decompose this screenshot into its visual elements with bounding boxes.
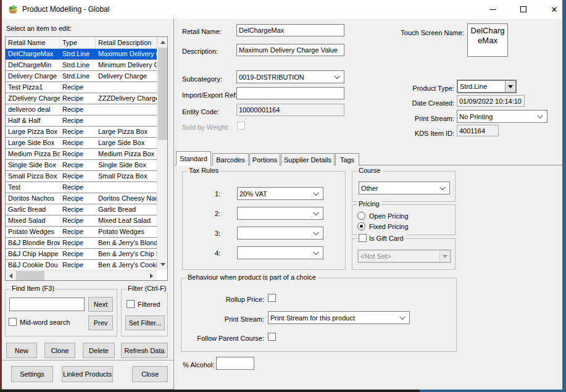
table-row[interactable]: Delivery ChargeStrd.LineDelivery Charge <box>6 71 157 82</box>
table-cell: Recipe <box>60 149 96 159</box>
course-value: Other <box>361 185 441 192</box>
table-row[interactable]: Garlic BreadRecipeGarlic Bread <box>6 204 157 215</box>
column-header-type[interactable]: Type <box>60 37 96 48</box>
table-cell: Strd.Line <box>60 49 96 59</box>
prev-button[interactable]: Prev <box>88 315 113 330</box>
scroll-down-icon[interactable] <box>157 259 168 270</box>
tax-rule-4-dropdown[interactable] <box>237 246 323 259</box>
tab-portions[interactable]: Portions <box>249 153 280 165</box>
select-item-label: Select an item to edit: <box>6 25 72 32</box>
scroll-right-icon[interactable] <box>146 270 157 281</box>
horizontal-scroll-thumb[interactable] <box>16 271 44 280</box>
entity-code-label: Entity Code: <box>182 108 219 115</box>
panel-divider <box>173 19 174 390</box>
subcategory-value: 0019-DISTRIBUTION <box>239 73 336 81</box>
tab-standard[interactable]: Standard <box>176 151 211 165</box>
minimize-button[interactable] <box>483 2 502 16</box>
product-type-dropdown[interactable]: Strd.Line <box>457 80 517 93</box>
import-export-ref-input[interactable] <box>236 87 344 99</box>
item-table-header: Retail Name Type Retail Description <box>6 37 157 49</box>
chevron-down-icon <box>313 209 319 215</box>
find-input[interactable] <box>9 298 85 311</box>
title-bar: Product Modelling - Global ✕ <box>2 0 562 19</box>
table-row[interactable]: ZDelivery ChargeRecipeZZZDelivery Charge <box>6 93 157 104</box>
linked-products-button[interactable]: Linked Products <box>62 366 113 382</box>
course-dropdown[interactable]: Other <box>359 181 450 194</box>
tax-rule-1-dropdown[interactable]: 20% VAT <box>237 187 323 200</box>
tax-rule-3-dropdown[interactable] <box>237 227 323 240</box>
mid-word-search-checkbox[interactable] <box>9 318 17 326</box>
horizontal-scrollbar[interactable] <box>6 270 157 280</box>
open-pricing-radio[interactable] <box>357 212 365 220</box>
filtered-checkbox[interactable] <box>127 300 135 308</box>
table-cell: Test Pizza1 <box>6 82 60 93</box>
tab-tags[interactable]: Tags <box>335 153 359 165</box>
table-cell: Single Side Box <box>6 160 60 170</box>
scroll-left-icon[interactable] <box>6 270 16 281</box>
kds-item-id-field <box>457 125 499 136</box>
close-button[interactable]: ✕ <box>544 2 564 16</box>
print-stream-dropdown[interactable]: No Printing <box>457 110 547 123</box>
subcategory-dropdown[interactable]: 0019-DISTRIBUTION <box>236 70 344 83</box>
table-row[interactable]: B&J Chip HappeRecipeBen & Jerry's Chip H… <box>6 249 157 260</box>
table-row[interactable]: Small Pizza BoxRecipeSmall Pizza Box <box>6 171 157 182</box>
window-title: Product Modelling - Global <box>22 5 109 14</box>
tab-supplier-details[interactable]: Supplier Details <box>281 153 335 165</box>
fixed-pricing-radio[interactable] <box>357 222 365 230</box>
chevron-down-icon <box>313 249 319 255</box>
settings-button[interactable]: Settings <box>11 366 53 382</box>
table-cell: Recipe <box>60 93 96 104</box>
behaviour-legend: Behaviour when product is part of a choi… <box>186 273 318 281</box>
table-row[interactable]: Potato WedgesRecipePotato Wedges <box>6 227 157 238</box>
table-row[interactable]: Test Pizza1Recipe <box>6 82 157 93</box>
tax-rules-group: Tax Rules 1: 20% VAT 2: 3: 4: <box>182 171 346 270</box>
vertical-scroll-thumb[interactable] <box>158 48 167 140</box>
next-button[interactable]: Next <box>88 297 113 312</box>
follow-parent-course-label: Follow Parent Course: <box>183 335 264 342</box>
table-row[interactable]: Large Side BoxRecipeLarge Side Box <box>6 138 157 149</box>
table-cell: Potato Wedges <box>96 227 157 237</box>
table-cell: Single Side Box <box>96 160 157 170</box>
table-row[interactable]: Doritos NachosRecipeDoritos Cheesy Nacho… <box>6 193 157 204</box>
import-export-ref-label: Import/Export Ref: <box>182 91 237 99</box>
close-dialog-button[interactable]: Close <box>132 366 168 382</box>
column-header-retail-name[interactable]: Retail Name <box>6 37 60 48</box>
table-row[interactable]: DelChargeMaxStrd.LineMaximum Delivery Ch… <box>6 49 157 60</box>
refresh-data-button[interactable]: Refresh Data <box>121 343 168 358</box>
delete-button[interactable]: Delete <box>83 343 115 358</box>
is-gift-card-checkbox[interactable] <box>359 234 367 242</box>
scroll-up-icon[interactable] <box>157 37 168 48</box>
clone-button[interactable]: Clone <box>44 343 75 358</box>
vertical-scrollbar[interactable] <box>157 37 167 270</box>
column-header-retail-description[interactable]: Retail Description <box>96 37 157 48</box>
table-row[interactable]: Medium Pizza BoxRecipeMedium Pizza Box <box>6 149 157 160</box>
alcohol-label: % Alcohol: <box>183 361 214 369</box>
follow-parent-course-checkbox[interactable] <box>268 333 276 341</box>
table-cell: Ben & Jerry's Blondie B <box>96 238 157 248</box>
subcategory-label: Subcategory: <box>182 75 222 83</box>
set-filter-button[interactable]: Set Filter... <box>125 315 165 330</box>
find-item-group: Find Item (F3) Next Mid-word search Prev <box>5 289 117 336</box>
description-input[interactable] <box>236 44 344 56</box>
table-row[interactable]: deliveroo dealRecipe <box>6 104 157 115</box>
choice-print-stream-dropdown[interactable]: Print Stream for this product <box>268 311 410 324</box>
new-button[interactable]: New <box>6 343 37 358</box>
table-row[interactable]: Single Side BoxRecipeSingle Side Box <box>6 160 157 171</box>
alcohol-input[interactable] <box>216 357 254 370</box>
table-row[interactable]: B&J Blondie BrowRecipeBen & Jerry's Blon… <box>6 238 157 249</box>
table-row[interactable]: Half & HalfRecipe <box>6 115 157 127</box>
retail-name-input[interactable] <box>236 24 344 36</box>
touch-screen-name-preview[interactable]: DelChargeMax <box>467 23 508 57</box>
tab-barcodes[interactable]: Barcodes <box>212 153 249 165</box>
tax-rule-2-dropdown[interactable] <box>237 207 323 220</box>
find-item-legend: Find Item (F3) <box>10 285 56 292</box>
dropdown-arrow-icon[interactable] <box>505 81 515 92</box>
maximize-button[interactable] <box>514 2 533 16</box>
table-row[interactable]: TestRecipe <box>6 182 157 193</box>
rollup-price-checkbox[interactable] <box>268 294 276 302</box>
table-cell: Garlic Bread <box>96 204 157 215</box>
table-cell: Recipe <box>60 160 96 170</box>
table-row[interactable]: DelChargeMinStrd.LineMinimum Delivery Ch… <box>6 60 157 71</box>
table-row[interactable]: Large Pizza BoxRecipeLarge Pizza Box <box>6 127 157 138</box>
table-row[interactable]: Mixed SaladRecipeMixed Leaf Salad <box>6 215 157 227</box>
